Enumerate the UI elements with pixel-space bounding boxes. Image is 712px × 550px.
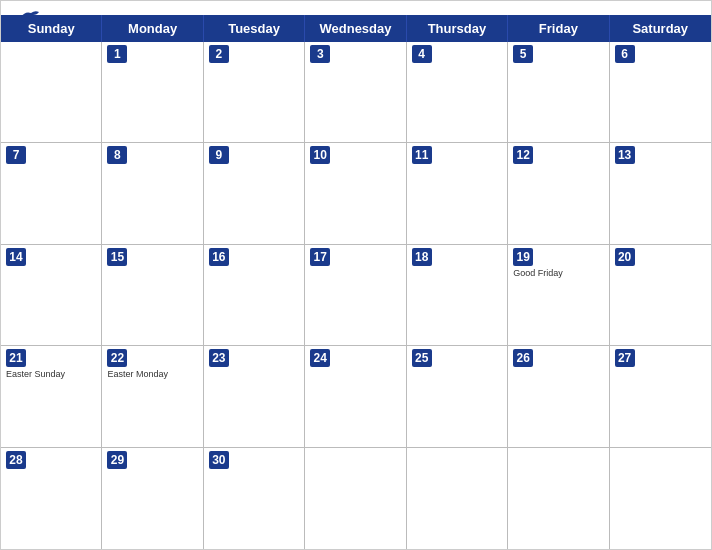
day-cell: 24 [305, 346, 406, 447]
day-cell: 12 [508, 143, 609, 244]
day-number: 30 [209, 451, 229, 469]
day-number: 7 [6, 146, 26, 164]
day-number-empty [310, 451, 330, 469]
day-cell [508, 448, 609, 549]
day-cell: 27 [610, 346, 711, 447]
holiday-label: Good Friday [513, 268, 603, 279]
day-cell: 9 [204, 143, 305, 244]
day-cell: 26 [508, 346, 609, 447]
day-number: 28 [6, 451, 26, 469]
day-number: 9 [209, 146, 229, 164]
day-number: 18 [412, 248, 432, 266]
day-cell: 6 [610, 42, 711, 143]
day-cell: 18 [407, 245, 508, 346]
weekday-header-saturday: Saturday [610, 15, 711, 42]
weekdays-row: SundayMondayTuesdayWednesdayThursdayFrid… [1, 15, 711, 42]
weekday-header-wednesday: Wednesday [305, 15, 406, 42]
day-cell: 2 [204, 42, 305, 143]
weekday-header-monday: Monday [102, 15, 203, 42]
day-number: 22 [107, 349, 127, 367]
day-number: 13 [615, 146, 635, 164]
day-cell: 10 [305, 143, 406, 244]
day-number: 12 [513, 146, 533, 164]
day-cell [305, 448, 406, 549]
weekday-header-friday: Friday [508, 15, 609, 42]
day-cell: 29 [102, 448, 203, 549]
day-cell: 4 [407, 42, 508, 143]
day-cell: 17 [305, 245, 406, 346]
day-cell: 23 [204, 346, 305, 447]
logo-bird-icon [19, 9, 41, 25]
weekday-header-thursday: Thursday [407, 15, 508, 42]
day-number: 26 [513, 349, 533, 367]
day-number: 24 [310, 349, 330, 367]
holiday-label: Easter Sunday [6, 369, 96, 380]
day-cell: 1 [102, 42, 203, 143]
day-number: 20 [615, 248, 635, 266]
calendar-container: SundayMondayTuesdayWednesdayThursdayFrid… [0, 0, 712, 550]
day-cell: 14 [1, 245, 102, 346]
day-number-empty [513, 451, 533, 469]
day-number: 27 [615, 349, 635, 367]
day-number: 10 [310, 146, 330, 164]
weekday-header-tuesday: Tuesday [204, 15, 305, 42]
day-number: 5 [513, 45, 533, 63]
day-cell: 30 [204, 448, 305, 549]
calendar-grid: 12345678910111213141516171819Good Friday… [1, 42, 711, 549]
calendar-header [1, 1, 711, 15]
day-cell: 5 [508, 42, 609, 143]
day-number: 4 [412, 45, 432, 63]
day-number-empty [615, 451, 635, 469]
day-number: 17 [310, 248, 330, 266]
day-number: 23 [209, 349, 229, 367]
day-cell: 16 [204, 245, 305, 346]
day-cell: 22Easter Monday [102, 346, 203, 447]
day-number: 29 [107, 451, 127, 469]
day-number: 11 [412, 146, 432, 164]
day-cell: 13 [610, 143, 711, 244]
day-cell: 15 [102, 245, 203, 346]
day-number: 1 [107, 45, 127, 63]
day-cell: 21Easter Sunday [1, 346, 102, 447]
day-cell: 7 [1, 143, 102, 244]
holiday-label: Easter Monday [107, 369, 197, 380]
day-number: 14 [6, 248, 26, 266]
day-number: 16 [209, 248, 229, 266]
logo [17, 9, 41, 25]
day-number-empty [6, 45, 26, 63]
day-cell: 11 [407, 143, 508, 244]
day-cell [407, 448, 508, 549]
day-number: 19 [513, 248, 533, 266]
day-cell: 28 [1, 448, 102, 549]
day-cell [610, 448, 711, 549]
day-number: 8 [107, 146, 127, 164]
day-number: 15 [107, 248, 127, 266]
day-number-empty [412, 451, 432, 469]
day-cell: 19Good Friday [508, 245, 609, 346]
day-number: 3 [310, 45, 330, 63]
day-cell: 20 [610, 245, 711, 346]
day-number: 25 [412, 349, 432, 367]
day-number: 2 [209, 45, 229, 63]
day-cell: 3 [305, 42, 406, 143]
day-number: 6 [615, 45, 635, 63]
day-cell: 8 [102, 143, 203, 244]
day-cell: 25 [407, 346, 508, 447]
day-cell [1, 42, 102, 143]
day-number: 21 [6, 349, 26, 367]
